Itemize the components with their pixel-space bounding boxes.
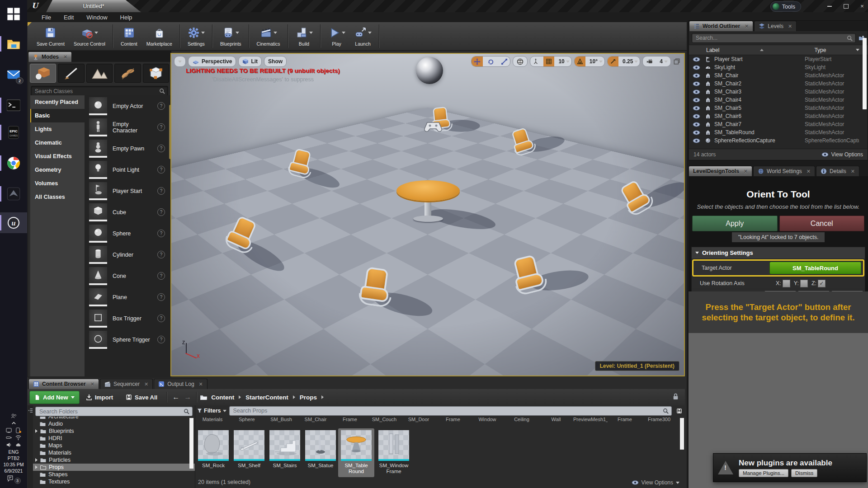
menu-window[interactable]: Window — [80, 14, 113, 21]
chevron-down-icon[interactable] — [236, 32, 239, 34]
viewport[interactable]: PerspectiveLitShow 1010°0.254 LIGHTING N… — [170, 53, 685, 376]
category-all-classes[interactable]: All Classes — [30, 190, 85, 204]
folders-scrollbar[interactable] — [189, 418, 193, 469]
angle-snap-toggle[interactable] — [575, 56, 585, 66]
perspective-button[interactable]: Perspective — [188, 56, 236, 67]
minimize-button[interactable] — [826, 3, 833, 9]
move-tool-button[interactable] — [472, 56, 483, 66]
toolbar-save-current[interactable]: Save Current — [32, 22, 69, 50]
close-icon[interactable]: ✕ — [851, 169, 855, 174]
tab-output-log[interactable]: Output Log✕ — [154, 379, 208, 389]
search-classes-box[interactable] — [31, 86, 168, 96]
toolbar-play[interactable]: Play — [324, 22, 350, 50]
taskbar-app-terminal[interactable] — [0, 95, 27, 116]
chair-mesh-6[interactable] — [352, 263, 397, 309]
chevron-down-icon[interactable] — [309, 32, 313, 34]
apply-button[interactable]: Apply — [692, 216, 778, 231]
toolbar-source-control[interactable]: Source Control — [69, 22, 110, 50]
camera-speed-button[interactable] — [644, 56, 656, 66]
back-button[interactable]: ← — [170, 393, 182, 401]
category-visual-effects[interactable]: Visual Effects — [30, 150, 85, 163]
placeable-sphere[interactable]: Sphere? — [85, 223, 170, 244]
taskbar-app-start[interactable] — [0, 4, 27, 24]
tab-details[interactable]: Details✕ — [816, 166, 859, 176]
manage-plugins-button[interactable]: Manage Plugins... — [739, 469, 788, 477]
outliner-scrollbar[interactable] — [863, 38, 867, 109]
camera-speed-group[interactable]: 4 — [642, 56, 671, 67]
asset-sm_statue[interactable]: SM_Statue — [304, 430, 337, 469]
actor-row-sm_chair3[interactable]: SM_Chair3StaticMeshActor — [689, 88, 868, 96]
folder-audio[interactable]: Audio — [33, 420, 195, 427]
category-cinematic[interactable]: Cinematic — [30, 136, 85, 150]
view-options-button[interactable]: View Options — [821, 151, 863, 158]
asset-sm_rock[interactable]: SM_Rock — [197, 430, 230, 469]
breadcrumb-props[interactable]: Props — [296, 394, 321, 401]
taskbar-app-mail[interactable]: 2 — [0, 64, 27, 85]
close-button[interactable]: × — [859, 3, 865, 9]
expand-arrow-icon[interactable] — [35, 458, 38, 462]
chevron-down-icon[interactable] — [274, 32, 277, 34]
tab-world-settings[interactable]: World Settings✕ — [753, 166, 815, 176]
folder-materials[interactable]: Materials — [33, 449, 195, 456]
column-label[interactable]: Label — [706, 47, 719, 53]
onedrive-icon[interactable] — [15, 442, 21, 448]
help-icon[interactable]: ? — [157, 102, 165, 110]
folder-textures[interactable]: Textures — [33, 478, 195, 484]
placeable-player-start[interactable]: Player Start? — [85, 180, 170, 202]
close-icon[interactable]: ✕ — [788, 23, 792, 29]
folder-hdri[interactable]: HDRI — [33, 435, 195, 442]
asset-sm_table-round[interactable]: SM_Table Round — [338, 428, 374, 477]
filters-button[interactable]: Filters — [197, 408, 226, 414]
breadcrumb-startercontent[interactable]: StarterContent — [242, 394, 292, 401]
toolbar-blueprints[interactable]: Blueprints — [216, 22, 246, 50]
chevron-down-icon[interactable] — [368, 32, 372, 34]
taskbar-app-chrome[interactable] — [0, 153, 27, 174]
folder-particles[interactable]: Particles — [33, 456, 195, 464]
show-button[interactable]: Show — [264, 56, 287, 67]
tab-content-browser[interactable]: Content Browser✕ — [28, 379, 99, 389]
window-title-tab[interactable]: Untitled* — [46, 0, 141, 12]
surface-snap-button[interactable] — [530, 56, 541, 66]
placeable-empty-actor[interactable]: Empty Actor? — [85, 95, 170, 117]
cancel-button[interactable]: Cancel — [779, 216, 865, 231]
chevron-down-icon[interactable] — [201, 32, 205, 34]
search-classes-input[interactable] — [34, 88, 159, 95]
help-icon[interactable]: ? — [157, 251, 165, 258]
save-all-button[interactable]: Save All — [119, 394, 164, 401]
actor-row-skylight[interactable]: SkyLightSkyLight — [689, 63, 868, 71]
toolbar-launch[interactable]: Launch — [350, 22, 376, 50]
close-icon[interactable]: ✕ — [807, 169, 811, 174]
tab-modes[interactable]: Modes ✕ — [28, 52, 72, 62]
grid-snap-value[interactable]: 10 — [557, 58, 571, 65]
lock-icon[interactable] — [673, 393, 679, 400]
actor-row-sm_chair6[interactable]: SM_Chair6StaticMeshActor — [689, 112, 868, 120]
category-volumes[interactable]: Volumes — [30, 177, 85, 190]
maximize-button[interactable] — [843, 3, 849, 9]
maximize-viewport-icon[interactable] — [673, 58, 680, 65]
menu-edit[interactable]: Edit — [57, 14, 80, 21]
section-header[interactable]: Orienting Settings — [692, 247, 865, 258]
close-icon[interactable]: ✕ — [63, 54, 67, 60]
close-icon[interactable]: ✕ — [745, 23, 749, 29]
forward-button[interactable]: → — [182, 393, 193, 401]
close-icon[interactable]: ✕ — [199, 381, 203, 387]
axis-checkbox[interactable] — [800, 280, 808, 287]
assets-scrollbar[interactable] — [680, 418, 684, 450]
close-icon[interactable]: ✕ — [144, 381, 148, 387]
breadcrumb-content[interactable]: Content — [208, 394, 238, 401]
placeable-sphere-trigger[interactable]: Sphere Trigger? — [85, 329, 170, 350]
chevron-down-icon[interactable] — [94, 32, 98, 34]
column-type[interactable]: Type — [814, 47, 826, 53]
placeable-empty-character[interactable]: Empty Character? — [85, 117, 170, 138]
toolbar-marketplace[interactable]: Marketplace — [142, 22, 177, 50]
folder-shapes[interactable]: Shapes — [33, 471, 195, 478]
search-folders-box[interactable] — [35, 407, 193, 416]
scale-snap-toggle[interactable] — [608, 56, 618, 66]
help-icon[interactable]: ? — [157, 166, 165, 174]
axis-checkbox[interactable]: ✓ — [818, 280, 826, 287]
rotate-tool-button[interactable] — [485, 56, 496, 66]
asset-sm_shelf[interactable]: SM_Shelf — [233, 430, 265, 469]
toolbar-settings[interactable]: Settings — [183, 22, 209, 50]
actor-row-sm_chair[interactable]: SM_ChairStaticMeshActor — [689, 71, 868, 80]
tray-lang2[interactable]: PTB2 — [0, 455, 27, 461]
